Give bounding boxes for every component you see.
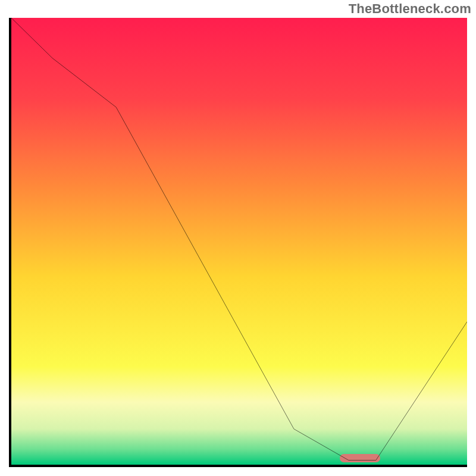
watermark-text: TheBottleneck.com (349, 1, 471, 17)
chart-container: TheBottleneck.com (0, 0, 476, 476)
bottleneck-curve (11, 18, 467, 465)
plot-area (9, 18, 467, 467)
